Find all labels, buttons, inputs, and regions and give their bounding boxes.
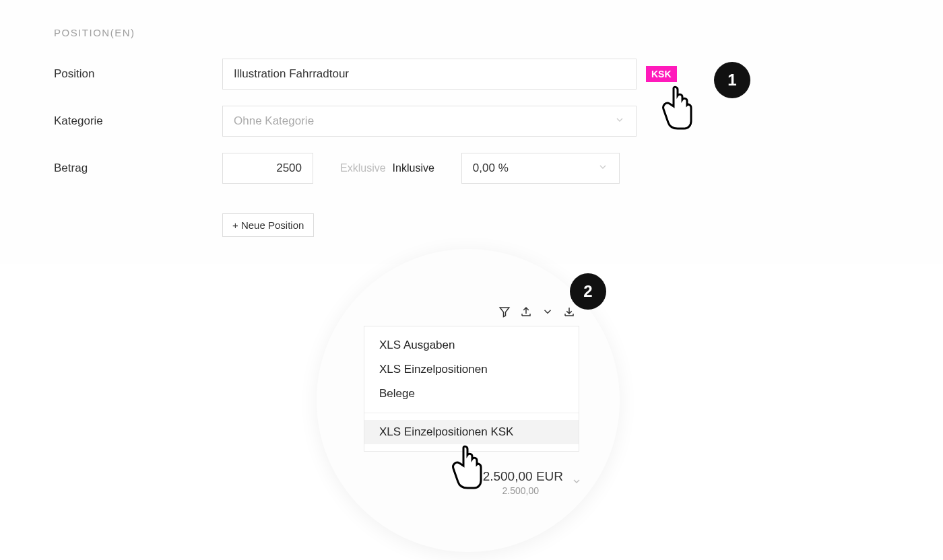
menu-item-einzelpositionen[interactable]: XLS Einzelpositionen bbox=[364, 357, 579, 382]
row-betrag: Betrag Exklusive Inklusive 0,00 % bbox=[54, 153, 889, 184]
cursor-icon bbox=[659, 85, 692, 131]
toggle-inclusive[interactable]: Inklusive bbox=[393, 162, 434, 174]
download-icon[interactable] bbox=[563, 306, 575, 318]
betrag-input[interactable] bbox=[222, 153, 313, 184]
cursor-icon bbox=[449, 444, 482, 490]
row-position: Position KSK bbox=[54, 59, 889, 90]
step-marker-2: 2 bbox=[570, 273, 606, 310]
upload-icon[interactable] bbox=[520, 306, 532, 318]
export-dropdown: XLS Ausgaben XLS Einzelpositionen Belege… bbox=[364, 326, 579, 452]
toolbar bbox=[350, 279, 586, 326]
percent-value: 0,00 % bbox=[473, 162, 509, 175]
menu-item-belege[interactable]: Belege bbox=[364, 382, 579, 406]
toggle-exclusive[interactable]: Exklusive bbox=[340, 162, 386, 174]
menu-item-ausgaben[interactable]: XLS Ausgaben bbox=[364, 333, 579, 357]
kategorie-value: Ohne Kategorie bbox=[234, 114, 314, 128]
amount-sub: 2.500,00 bbox=[350, 485, 539, 496]
filter-icon[interactable] bbox=[498, 306, 511, 318]
row-kategorie: Kategorie Ohne Kategorie bbox=[54, 106, 889, 137]
step-marker-1: 1 bbox=[714, 62, 750, 98]
svg-marker-0 bbox=[500, 308, 509, 317]
chevron-down-icon bbox=[614, 114, 625, 129]
label-betrag: Betrag bbox=[54, 162, 222, 175]
menu-item-ksk[interactable]: XLS Einzelpositionen KSK bbox=[364, 420, 579, 444]
label-kategorie: Kategorie bbox=[54, 114, 222, 128]
ksk-badge[interactable]: KSK bbox=[646, 66, 677, 82]
chevron-down-icon[interactable] bbox=[542, 306, 554, 318]
chevron-down-icon[interactable] bbox=[571, 476, 582, 489]
kategorie-dropdown[interactable]: Ohne Kategorie bbox=[222, 106, 637, 137]
percent-dropdown[interactable]: 0,00 % bbox=[461, 153, 620, 184]
form-panel: POSITION(EN) Position KSK Kategorie Ohne… bbox=[0, 0, 943, 264]
section-title: POSITION(EN) bbox=[54, 27, 889, 38]
add-position-button[interactable]: + Neue Position bbox=[222, 213, 314, 237]
tax-toggle[interactable]: Exklusive Inklusive bbox=[340, 162, 434, 174]
chevron-down-icon bbox=[597, 162, 608, 176]
position-input[interactable] bbox=[222, 59, 637, 90]
label-position: Position bbox=[54, 67, 222, 81]
